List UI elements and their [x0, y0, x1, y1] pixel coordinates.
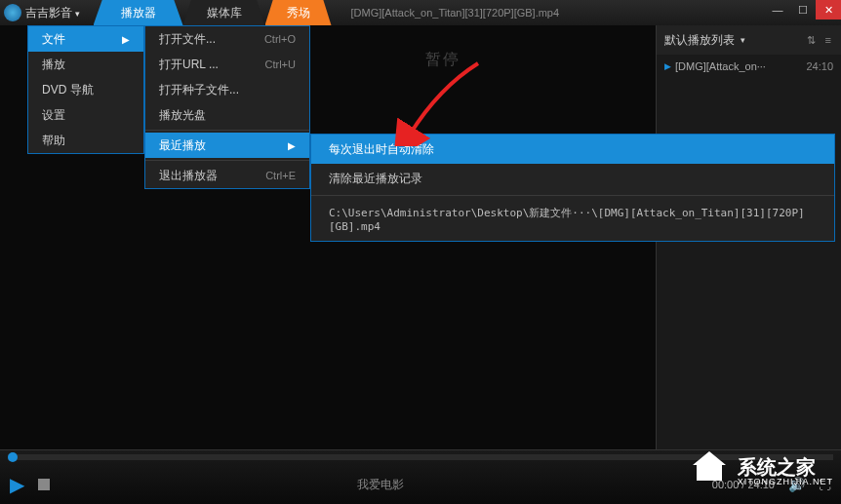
site-watermark: 系统之家 XITONGZHIJIA.NET — [689, 447, 833, 496]
recent-file-path[interactable]: C:\Users\Administrator\Desktop\新建文件···\[… — [311, 198, 834, 241]
playing-indicator-icon: ▶ — [664, 61, 671, 71]
menu-file[interactable]: 文件 ▶ — [28, 26, 143, 52]
menu-help-label: 帮助 — [42, 133, 65, 149]
menu-exit-label: 退出播放器 — [159, 168, 218, 184]
playlist-menu-icon[interactable]: ≡ — [823, 32, 833, 48]
stop-button[interactable] — [38, 479, 50, 490]
play-button[interactable]: ▶ — [10, 473, 24, 496]
menu-auto-clear-label: 每次退出时自动清除 — [329, 141, 434, 158]
menu-separator — [311, 195, 834, 196]
center-text: 我爱电影 — [63, 477, 699, 493]
playlist-header: 默认播放列表 ▾ ⇅ ≡ — [657, 25, 841, 55]
title-bar: 吉吉影音 播放器 媒体库 秀场 [DMG][Attack_on_Titan][3… — [0, 0, 841, 25]
submenu-arrow-icon: ▶ — [122, 34, 130, 45]
playlist-item-name: [DMG][Attack_on··· — [675, 60, 806, 72]
window-title: [DMG][Attack_on_Titan][31][720P][GB].mp4 — [332, 7, 765, 19]
menu-dvd-label: DVD 导航 — [42, 82, 94, 98]
playlist-sort-icon[interactable]: ⇅ — [805, 32, 818, 49]
app-logo-icon — [4, 4, 21, 21]
menu-open-url[interactable]: 打开URL ... Ctrl+U — [145, 52, 309, 77]
menu-recent-label: 最近播放 — [159, 137, 206, 154]
recent-submenu: 每次退出时自动清除 清除最近播放记录 C:\Users\Administrato… — [310, 134, 835, 242]
menu-play-label: 播放 — [42, 57, 65, 73]
menu-open-file-shortcut: Ctrl+O — [264, 33, 296, 45]
site-logo-icon — [689, 447, 730, 496]
menu-exit-shortcut: Ctrl+E — [265, 170, 296, 181]
menu-open-torrent[interactable]: 打开种子文件... — [145, 77, 309, 102]
playlist-item-duration: 24:10 — [806, 60, 833, 72]
app-name-dropdown[interactable]: 吉吉影音 — [25, 5, 86, 21]
close-button[interactable]: ✕ — [816, 0, 841, 19]
file-submenu: 打开文件... Ctrl+O 打开URL ... Ctrl+U 打开种子文件..… — [144, 25, 310, 189]
menu-separator — [145, 160, 309, 161]
menu-open-file-label: 打开文件... — [159, 31, 216, 48]
menu-open-torrent-label: 打开种子文件... — [159, 82, 239, 98]
menu-auto-clear[interactable]: 每次退出时自动清除 — [311, 135, 834, 164]
menu-open-url-label: 打开URL ... — [159, 57, 219, 73]
menu-clear-recent[interactable]: 清除最近播放记录 — [311, 164, 834, 193]
menu-separator — [145, 130, 309, 131]
pause-overlay-text: 暂停 — [425, 50, 461, 70]
window-controls: — ☐ ✕ — [765, 0, 841, 25]
tab-show[interactable]: 秀场 — [265, 0, 332, 25]
main-menu: 文件 ▶ 播放 DVD 导航 设置 帮助 — [27, 25, 144, 154]
menu-exit[interactable]: 退出播放器 Ctrl+E — [145, 163, 309, 188]
menu-open-url-shortcut: Ctrl+U — [265, 58, 296, 70]
minimize-button[interactable]: — — [765, 0, 790, 19]
menu-play-disc-label: 播放光盘 — [159, 107, 206, 124]
site-name-en: XITONGZHIJIA.NET — [738, 478, 833, 487]
site-name-cn: 系统之家 — [738, 456, 833, 478]
progress-handle[interactable] — [8, 452, 18, 462]
menu-help[interactable]: 帮助 — [28, 128, 143, 153]
menu-clear-recent-label: 清除最近播放记录 — [329, 171, 422, 187]
tab-player[interactable]: 播放器 — [94, 0, 183, 25]
menu-open-file[interactable]: 打开文件... Ctrl+O — [145, 26, 309, 52]
menu-play[interactable]: 播放 — [28, 52, 143, 77]
menu-play-disc[interactable]: 播放光盘 — [145, 102, 309, 128]
submenu-arrow-icon: ▶ — [288, 140, 296, 151]
menu-recent[interactable]: 最近播放 ▶ — [145, 133, 309, 158]
menu-dvd[interactable]: DVD 导航 — [28, 77, 143, 102]
playlist-item[interactable]: ▶ [DMG][Attack_on··· 24:10 — [657, 55, 841, 78]
tab-library[interactable]: 媒体库 — [183, 0, 265, 25]
maximize-button[interactable]: ☐ — [790, 0, 816, 19]
playlist-title[interactable]: 默认播放列表 — [664, 32, 735, 49]
menu-file-label: 文件 — [42, 31, 65, 48]
menu-settings-label: 设置 — [42, 107, 65, 124]
menu-settings[interactable]: 设置 — [28, 102, 143, 128]
